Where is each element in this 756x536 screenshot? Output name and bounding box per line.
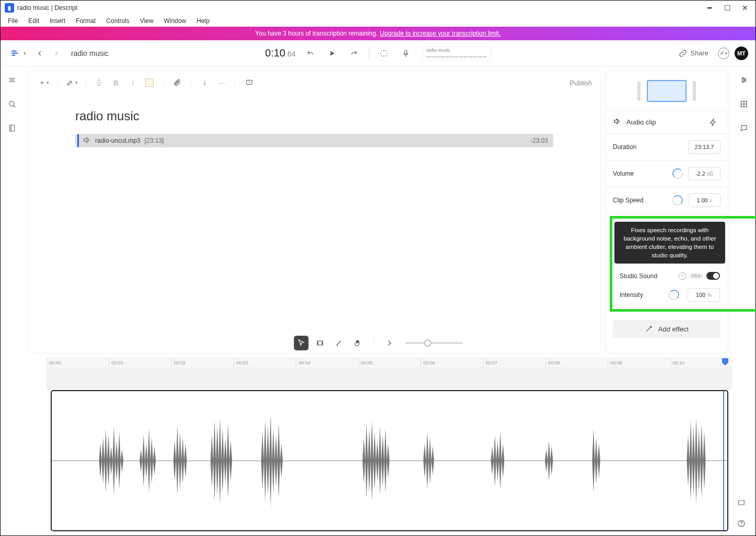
layout-reset-icon[interactable] — [734, 495, 749, 510]
zoom-slider[interactable] — [405, 342, 462, 344]
insert-button[interactable]: ＋▾ — [37, 75, 51, 90]
clip-remaining: -23:03 — [530, 137, 548, 144]
banner-text: You have 3 hours of transcription remain… — [255, 30, 378, 37]
back-button[interactable] — [32, 46, 47, 61]
volume-dial[interactable] — [672, 168, 683, 179]
range-tool[interactable] — [312, 336, 327, 350]
bolt-icon[interactable] — [706, 115, 720, 130]
close-button[interactable]: ✕ — [741, 4, 749, 12]
ai-actions-button[interactable] — [377, 46, 391, 61]
sync-status-button[interactable]: ✓▾ — [718, 48, 729, 59]
speed-input[interactable]: 1.00x — [688, 193, 720, 207]
speed-dial[interactable] — [672, 195, 683, 206]
chevron-down-icon: ▾ — [24, 51, 26, 56]
menu-view[interactable]: View — [135, 16, 159, 26]
avatar[interactable]: MT — [735, 47, 748, 60]
playhead-line — [723, 390, 724, 530]
sidebar-toggle-button[interactable] — [5, 73, 19, 87]
timecode: 0:10.64 — [265, 47, 295, 59]
marker-button[interactable] — [197, 75, 212, 90]
studio-sound-label: Studio Sound — [620, 272, 676, 280]
titlebar: ▮ radio music | Descript ━ ☐ ✕ — [1, 1, 755, 15]
file-badge: FILE — [689, 273, 703, 279]
svg-rect-24 — [739, 500, 745, 505]
menu-window[interactable]: Window — [159, 16, 192, 26]
studio-sound-toggle[interactable] — [706, 272, 720, 280]
highlight-color-button[interactable] — [142, 75, 157, 90]
forward-button[interactable] — [49, 46, 64, 61]
clip-duration: [23:13] — [145, 137, 164, 144]
minimize-button[interactable]: ━ — [705, 4, 714, 12]
intensity-label: Intensity — [620, 291, 666, 299]
hand-tool[interactable] — [350, 336, 365, 350]
speaker-icon — [83, 136, 91, 146]
svg-point-8 — [9, 101, 14, 106]
speed-row: Clip Speed 1.00x — [606, 187, 728, 214]
comment-button[interactable] — [242, 75, 257, 90]
timeline-ruler[interactable]: 00:00 00:01 00:02 00:03 00:04 00:05 00:0… — [46, 358, 732, 367]
panel-title: Audio clip — [626, 118, 656, 126]
window-title: radio music | Descript — [17, 4, 705, 12]
studio-sound-tooltip: Fixes speech recordings with background … — [614, 222, 725, 264]
menu-help[interactable]: Help — [191, 16, 215, 26]
speaker-icon — [613, 117, 621, 127]
media-library-button[interactable] — [5, 121, 19, 135]
project-menu-button[interactable] — [8, 46, 22, 61]
waveform — [52, 391, 727, 530]
gap-clip-button[interactable]: — — [214, 75, 229, 90]
add-effect-button[interactable]: Add effect — [613, 320, 720, 338]
breadcrumb[interactable]: radio music — [71, 49, 109, 58]
duration-row: Duration 23:13.7 — [606, 134, 728, 161]
select-tool[interactable] — [294, 336, 308, 350]
properties-panel: Audio clip Duration 23:13.7 Volume -2.2d… — [605, 71, 728, 353]
waveform-track[interactable] — [51, 390, 728, 531]
app-icon: ▮ — [5, 3, 14, 13]
mini-track-selector[interactable]: radio music ▬▬▬▬▬▬▬▬▬▬▬▬▬ — [423, 46, 491, 60]
grid-icon[interactable] — [737, 97, 751, 111]
menu-format[interactable]: Format — [71, 16, 101, 26]
blade-tool[interactable] — [331, 336, 346, 350]
bold-button[interactable]: B — [109, 75, 123, 90]
share-button[interactable]: Share — [674, 47, 713, 60]
duration-input[interactable]: 23:13.7 — [688, 140, 720, 154]
studio-sound-section: Fixes speech recordings with background … — [610, 216, 756, 312]
text-cursor — [77, 134, 79, 147]
italic-button[interactable]: I — [125, 75, 140, 90]
publish-button[interactable]: Publish — [569, 79, 592, 87]
menu-edit[interactable]: Edit — [23, 16, 44, 26]
play-button[interactable] — [325, 46, 340, 61]
editor-card: ＋▾ ▾ B I — — [28, 71, 601, 353]
editor-toolbar: ＋▾ ▾ B I — — [28, 71, 600, 94]
svg-point-26 — [741, 525, 742, 526]
menubar: File Edit Insert Format Controls View Wi… — [1, 15, 755, 27]
record-button[interactable] — [399, 46, 413, 61]
svg-rect-3 — [405, 50, 407, 54]
strikethrough-button[interactable] — [92, 75, 107, 90]
top-toolbar: ▾ radio music 0:10.64 radio music ▬▬▬▬▬▬… — [1, 40, 755, 66]
help-icon[interactable]: ? — [679, 272, 686, 280]
tools-button[interactable]: ▾ — [64, 75, 79, 90]
settings-icon[interactable] — [737, 73, 751, 87]
upgrade-banner: You have 3 hours of transcription remain… — [1, 27, 755, 40]
help-button[interactable] — [734, 516, 749, 531]
layout-preview[interactable] — [606, 71, 728, 111]
audio-clip-chip[interactable]: radio-uncut.mp3 [23:13] -23:03 — [75, 134, 553, 147]
volume-input[interactable]: -2.2dB — [688, 167, 720, 180]
maximize-button[interactable]: ☐ — [723, 4, 731, 12]
svg-line-9 — [14, 106, 15, 107]
redo-button[interactable] — [347, 46, 362, 61]
attachment-button[interactable] — [170, 75, 184, 90]
timeline-tools — [294, 336, 462, 350]
menu-controls[interactable]: Controls — [101, 16, 135, 26]
comment-panel-icon[interactable] — [737, 121, 751, 135]
doc-title[interactable]: radio music — [75, 109, 553, 123]
intensity-input[interactable]: 100% — [688, 288, 720, 302]
search-button[interactable] — [5, 97, 19, 111]
menu-file[interactable]: File — [3, 16, 23, 26]
intensity-dial[interactable] — [669, 290, 679, 300]
snap-toggle[interactable] — [382, 336, 397, 350]
menu-insert[interactable]: Insert — [44, 16, 71, 26]
undo-button[interactable] — [303, 46, 318, 61]
svg-rect-13 — [318, 341, 322, 345]
banner-link[interactable]: Upgrade to increase your transcription l… — [380, 30, 501, 37]
